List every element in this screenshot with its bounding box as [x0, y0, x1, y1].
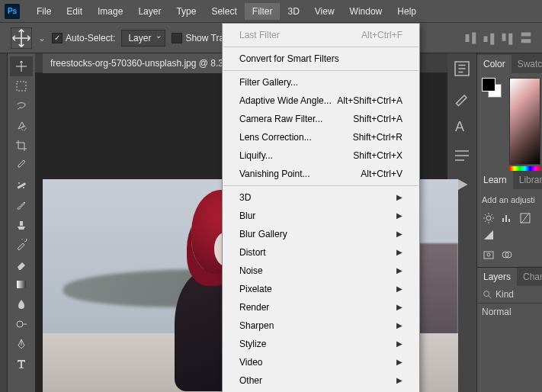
menu-file[interactable]: File: [29, 3, 59, 20]
blur-tool[interactable]: [10, 294, 33, 314]
gradient-tool[interactable]: [10, 275, 33, 294]
align-icon[interactable]: [481, 30, 498, 47]
tab-libraries[interactable]: Librar: [513, 171, 542, 189]
move-tool-indicator-icon: [11, 27, 32, 49]
submenu-arrow-icon: ▶: [396, 228, 402, 240]
submenu-arrow-icon: ▶: [396, 338, 402, 350]
brush-panel-icon[interactable]: [453, 90, 471, 105]
menu-select[interactable]: Select: [204, 3, 244, 20]
tab-learn[interactable]: Learn: [477, 171, 513, 189]
svg-point-18: [486, 216, 491, 220]
tab-swatches[interactable]: Swatc: [512, 55, 542, 73]
exposure-icon[interactable]: [482, 229, 495, 241]
menu-last-filter[interactable]: Last Filter Alt+Ctrl+F: [223, 26, 419, 44]
curves-icon[interactable]: [518, 212, 532, 224]
align-icon[interactable]: [518, 30, 534, 47]
menu-filter[interactable]: Filter: [245, 3, 281, 20]
move-tool[interactable]: [10, 56, 33, 76]
right-panels: Color Swatc Learn Librar Add an adjusti: [476, 53, 542, 392]
menu-blur-gallery[interactable]: Blur Gallery▶: [223, 225, 419, 243]
panel-collapse-strip[interactable]: [0, 53, 8, 392]
menu-filter-gallery[interactable]: Filter Gallery...: [223, 73, 419, 92]
svg-rect-4: [502, 33, 506, 40]
marquee-tool[interactable]: [10, 76, 33, 96]
character-panel-icon[interactable]: A: [453, 119, 471, 134]
adjustments-icons-row2: [477, 247, 542, 267]
menu-render[interactable]: Render▶: [223, 298, 419, 316]
menu-edit[interactable]: Edit: [59, 3, 90, 20]
quick-select-tool[interactable]: [10, 116, 33, 136]
menu-adaptive-wide-angle[interactable]: Adaptive Wide Angle...Alt+Shift+Ctrl+A: [223, 92, 419, 110]
menu-vanishing-point[interactable]: Vanishing Point...Alt+Ctrl+V: [223, 165, 419, 183]
menu-shortcut: Alt+Ctrl+V: [361, 168, 402, 180]
app-logo: Ps: [5, 4, 20, 19]
auto-select-checkbox[interactable]: Auto-Select:: [52, 33, 115, 43]
menu-image[interactable]: Image: [90, 3, 130, 20]
menu-type[interactable]: Type: [168, 3, 204, 20]
tab-channels[interactable]: Chan: [517, 268, 542, 286]
menu-label: Video: [239, 356, 262, 368]
target-dropdown[interactable]: Layer: [121, 30, 165, 47]
dodge-tool[interactable]: [10, 314, 33, 334]
menu-blur[interactable]: Blur▶: [223, 207, 419, 225]
options-chevron-icon[interactable]: ⌄: [38, 33, 46, 43]
menu-lens-correction[interactable]: Lens Correction...Shift+Ctrl+R: [223, 128, 419, 146]
menu-label: Liquify...: [239, 149, 273, 162]
submenu-arrow-icon: ▶: [396, 246, 402, 259]
menu-sharpen[interactable]: Sharpen▶: [223, 316, 419, 335]
svg-rect-7: [521, 39, 531, 43]
hue-slider[interactable]: [509, 166, 540, 171]
menu-label: Last Filter: [239, 29, 280, 41]
svg-point-12: [23, 187, 24, 188]
align-icon[interactable]: [463, 30, 479, 47]
menu-camera-raw-filter[interactable]: Camera Raw Filter...Shift+Ctrl+A: [223, 110, 419, 128]
healing-brush-tool[interactable]: [10, 175, 33, 195]
pen-tool[interactable]: [10, 334, 33, 354]
show-transform-checkbox[interactable]: Show Tran: [172, 33, 229, 43]
blend-mode-dropdown[interactable]: Normal: [477, 304, 542, 320]
eyedropper-tool[interactable]: [10, 156, 33, 175]
svg-point-24: [484, 291, 489, 297]
menu-liquify[interactable]: Liquify...Shift+Ctrl+X: [223, 146, 419, 165]
menu-window[interactable]: Window: [342, 3, 390, 20]
paragraph-panel-icon[interactable]: [453, 148, 471, 163]
menu-label: 3D: [239, 191, 251, 204]
foreground-background-swatch[interactable]: [482, 78, 505, 101]
menu-help[interactable]: Help: [390, 3, 424, 20]
menu-3d[interactable]: 3D▶: [223, 188, 419, 207]
menu-layer[interactable]: Layer: [130, 3, 168, 20]
menu-label: Render: [239, 301, 269, 313]
clone-stamp-tool[interactable]: [10, 215, 33, 235]
menu-label: Sharpen: [239, 320, 274, 332]
menu-label: Adaptive Wide Angle...: [239, 95, 332, 107]
levels-icon[interactable]: [500, 212, 514, 224]
type-tool[interactable]: [10, 354, 33, 374]
menu-video[interactable]: Video▶: [223, 353, 419, 371]
crop-tool[interactable]: [10, 136, 33, 156]
history-panel-icon[interactable]: [453, 61, 471, 76]
menu-other[interactable]: Other▶: [223, 371, 419, 390]
menu-label: Pixelate: [239, 283, 272, 295]
history-brush-tool[interactable]: [10, 235, 33, 255]
menu-shortcut: Alt+Ctrl+F: [361, 29, 402, 41]
menu-3d[interactable]: 3D: [280, 3, 306, 20]
channel-mixer-icon[interactable]: [500, 249, 514, 261]
lasso-tool[interactable]: [10, 96, 33, 116]
menu-pixelate[interactable]: Pixelate▶: [223, 280, 419, 298]
search-icon[interactable]: [482, 289, 492, 300]
brightness-icon[interactable]: [482, 212, 495, 224]
eraser-tool[interactable]: [10, 255, 33, 275]
color-panel: [477, 73, 542, 171]
align-icon[interactable]: [499, 30, 516, 47]
menu-convert-smart-filters[interactable]: Convert for Smart Filters: [223, 50, 419, 68]
menu-distort[interactable]: Distort▶: [223, 243, 419, 262]
menu-view[interactable]: View: [307, 3, 342, 20]
photo-filter-icon[interactable]: [482, 249, 495, 261]
tab-layers[interactable]: Layers: [477, 268, 517, 286]
toolbox: [8, 53, 35, 392]
brush-tool[interactable]: [10, 195, 33, 215]
color-field[interactable]: [509, 78, 540, 165]
tab-color[interactable]: Color: [477, 55, 512, 73]
menu-stylize[interactable]: Stylize▶: [223, 335, 419, 353]
menu-noise[interactable]: Noise▶: [223, 262, 419, 280]
